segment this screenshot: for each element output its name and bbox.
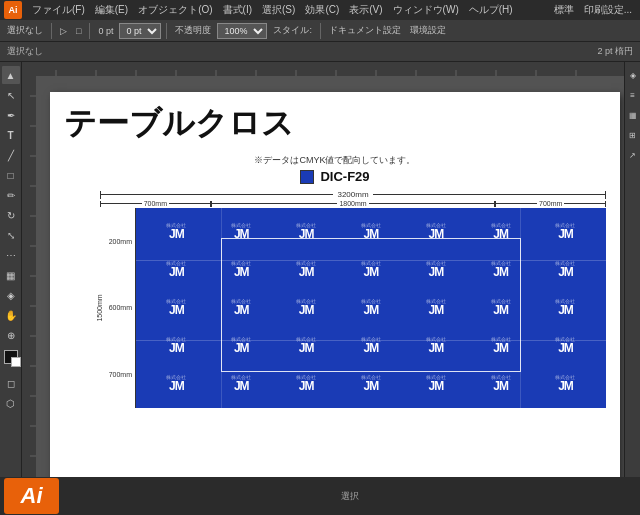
toolbar-secondary: 選択なし 2 pt 楕円 [0,42,640,62]
divider-4 [320,23,321,39]
opacity-select[interactable]: 100% [217,23,267,39]
divider-1 [51,23,52,39]
document-title: テーブルクロス [50,92,620,150]
row-top-label: 200mm [109,238,132,245]
stroke-select[interactable]: 0 pt [119,23,161,39]
segment-center-label: 1800mm [337,200,368,207]
app-logo: Ai [4,1,22,19]
logo-34: 株式会社JM [475,369,527,399]
eyedropper-tool[interactable]: ◈ [2,286,20,304]
logo-1: 株式会社JM [150,217,202,247]
menu-standard[interactable]: 標準 [550,2,578,18]
divider-line-2 [136,340,606,341]
stroke-weight[interactable]: 0 pt [95,25,116,37]
status-bar: 選択 [63,490,636,503]
right-panel: ◈ ≡ ▦ ⊞ ↗ [624,62,640,477]
direct-select-tool[interactable]: ↖ [2,86,20,104]
panel-btn-2[interactable]: ≡ [624,86,641,104]
divider-line-1 [136,260,606,261]
panel-btn-1[interactable]: ◈ [624,66,641,84]
style-label: スタイル: [270,23,315,38]
inner-front-panel [221,238,522,372]
rect-tool[interactable]: □ [2,166,20,184]
menu-object[interactable]: オブジェクト(O) [134,2,216,18]
divider-vert-2 [520,208,521,408]
screen-mode[interactable]: ⬡ [2,394,20,412]
type-tool[interactable]: T [2,126,20,144]
rect-icon[interactable]: □ [73,25,84,37]
logo-29: 株式会社JM [150,369,202,399]
coord-display: 2 pt 楕円 [594,44,636,59]
fill-swatch[interactable] [4,350,18,364]
zoom-tool[interactable]: ⊕ [2,326,20,344]
color-info-row: DIC-F29 [50,169,620,184]
gradient-tool[interactable]: ▦ [2,266,20,284]
row-bottom-label: 700mm [109,371,132,378]
color-label: DIC-F29 [320,169,369,184]
opacity-label: 不透明度 [172,23,214,38]
bottom-bar: Ai 選択 [0,477,640,515]
logo-32: 株式会社JM [345,369,397,399]
ai-logo-large: Ai [4,478,59,514]
horizontal-ruler [36,62,624,76]
menu-select[interactable]: 選択(S) [258,2,299,18]
color-note: ※データはCMYK値で配向しています。 [50,154,620,167]
logo-15: 株式会社JM [150,293,202,323]
selection-tool[interactable]: ▲ [2,66,20,84]
arrow-icon[interactable]: ▷ [57,25,70,37]
menu-effect[interactable]: 効果(C) [301,2,343,18]
menu-file[interactable]: ファイル(F) [28,2,89,18]
blend-tool[interactable]: ⋯ [2,246,20,264]
menu-window[interactable]: ウィンドウ(W) [389,2,463,18]
total-width-label: 3200mm [333,190,372,199]
menu-type[interactable]: 書式(I) [219,2,256,18]
svg-rect-15 [22,76,36,477]
logo-28: 株式会社JM [539,331,591,361]
select-none-label: 選択なし [4,44,46,59]
segment-left-label: 700mm [142,200,169,207]
menu-bar: Ai ファイル(F) 編集(E) オブジェクト(O) 書式(I) 選択(S) 効… [0,0,640,20]
prefs-button[interactable]: 環境設定 [407,23,449,38]
blue-banner: 株式会社JM 株式会社JM 株式会社JM 株式会社JM 株式会社JM 株式会社J… [136,208,606,408]
panel-btn-5[interactable]: ↗ [624,146,641,164]
logo-31: 株式会社JM [280,369,332,399]
left-toolbox: ▲ ↖ ✒ T ╱ □ ✏ ↻ ⤡ ⋯ ▦ ◈ ✋ ⊕ ◻ ⬡ [0,62,22,477]
divider-vert-1 [221,208,222,408]
logo-7: 株式会社JM [539,217,591,247]
logo-21: 株式会社JM [539,293,591,323]
panel-btn-3[interactable]: ▦ [624,106,641,124]
toolbar-main: 選択なし ▷ □ 0 pt 0 pt 不透明度 100% スタイル: ドキュメン… [0,20,640,42]
menu-help[interactable]: ヘルプ(H) [465,2,517,18]
logo-22: 株式会社JM [150,331,202,361]
logo-33: 株式会社JM [410,369,462,399]
menu-view[interactable]: 表示(V) [345,2,386,18]
divider-3 [166,23,167,39]
canvas-area: テーブルクロス ※データはCMYK値で配向しています。 DIC-F29 3200… [22,62,624,477]
logo-35: 株式会社JM [539,369,591,399]
vertical-ruler [22,76,36,477]
hand-tool[interactable]: ✋ [2,306,20,324]
select-tool-label: 選択なし [4,23,46,38]
doc-settings-button[interactable]: ドキュメント設定 [326,23,404,38]
divider-2 [89,23,90,39]
normal-mode[interactable]: ◻ [2,374,20,392]
brush-tool[interactable]: ✏ [2,186,20,204]
row-middle-label: 600mm [109,304,132,311]
scale-tool[interactable]: ⤡ [2,226,20,244]
rotate-tool[interactable]: ↻ [2,206,20,224]
document-canvas: テーブルクロス ※データはCMYK値で配向しています。 DIC-F29 3200… [50,92,620,477]
line-tool[interactable]: ╱ [2,146,20,164]
ruler-corner [22,62,36,76]
menu-print-setup[interactable]: 印刷設定... [580,2,636,18]
color-swatch [300,170,314,184]
menu-edit[interactable]: 編集(E) [91,2,132,18]
total-height-label: 1500mm [96,294,103,321]
pen-tool[interactable]: ✒ [2,106,20,124]
panel-btn-4[interactable]: ⊞ [624,126,641,144]
segment-right-label: 700mm [537,200,564,207]
logo-30: 株式会社JM [215,369,267,399]
